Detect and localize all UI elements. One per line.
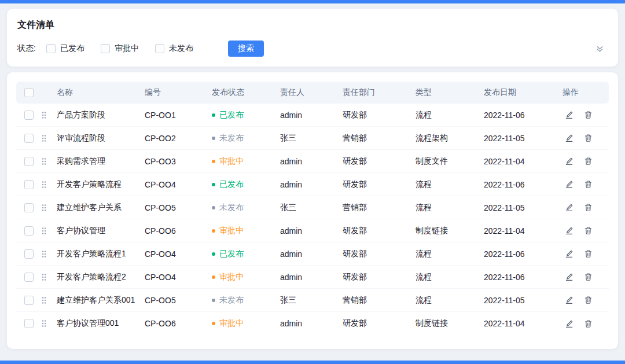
- status-label: 已发布: [219, 249, 244, 259]
- drag-handle-icon[interactable]: [42, 273, 46, 281]
- delete-icon[interactable]: [584, 134, 593, 142]
- status-dot-icon: [212, 137, 215, 140]
- file-dept: 研发部: [343, 179, 416, 190]
- file-date: 2022-11-06: [484, 180, 562, 189]
- delete-icon[interactable]: [584, 111, 593, 119]
- row-checkbox[interactable]: [24, 273, 34, 282]
- row-cell-drag: [42, 273, 57, 281]
- delete-icon[interactable]: [584, 273, 593, 281]
- table-row: 评审流程阶段 CP-OO2 未发布 张三 营销部 流程架构 2022-11-05: [16, 127, 609, 150]
- file-code: CP-OO6: [145, 226, 212, 236]
- row-checkbox[interactable]: [24, 111, 34, 120]
- filter-checkbox-reviewing[interactable]: 审批中: [101, 43, 139, 54]
- delete-icon[interactable]: [584, 296, 593, 304]
- collapse-chevron-icon[interactable]: [595, 45, 604, 53]
- filter-checkbox-published[interactable]: 已发布: [46, 43, 84, 54]
- col-header-type: 类型: [416, 87, 484, 98]
- row-cell-drag: [42, 296, 57, 304]
- file-date: 2022-11-05: [484, 134, 562, 143]
- delete-icon[interactable]: [584, 249, 593, 258]
- drag-handle-icon[interactable]: [42, 296, 46, 304]
- row-cell-select: [16, 319, 42, 328]
- edit-icon[interactable]: [565, 319, 573, 328]
- file-owner: admin: [280, 249, 343, 259]
- status-dot-icon: [212, 113, 215, 117]
- row-checkbox[interactable]: [24, 203, 34, 212]
- file-type: 流程: [416, 295, 484, 306]
- checkbox-icon[interactable]: [155, 44, 164, 53]
- file-owner: 张三: [280, 295, 343, 306]
- row-cell-drag: [42, 319, 57, 328]
- row-cell-drag: [42, 204, 57, 212]
- row-checkbox[interactable]: [24, 249, 34, 259]
- search-button[interactable]: 搜索: [228, 41, 264, 57]
- col-header-date: 发布日期: [484, 87, 562, 98]
- file-status: 未发布: [212, 203, 280, 213]
- edit-icon[interactable]: [565, 226, 573, 235]
- file-owner: admin: [280, 157, 343, 166]
- edit-icon[interactable]: [565, 111, 573, 119]
- status-label: 审批中: [219, 156, 244, 167]
- drag-handle-icon[interactable]: [42, 111, 46, 119]
- row-checkbox[interactable]: [24, 157, 34, 166]
- edit-icon[interactable]: [565, 134, 573, 142]
- edit-icon[interactable]: [565, 249, 573, 258]
- row-checkbox[interactable]: [24, 180, 34, 189]
- status-dot-icon: [212, 206, 215, 209]
- table-row: 客户协议管理001 CP-OO6 审批中 admin 研发部 制度链接 2022…: [16, 312, 609, 335]
- delete-icon[interactable]: [584, 180, 593, 189]
- file-name: 建立维护客户关系001: [57, 295, 145, 306]
- checkbox-icon[interactable]: [46, 44, 56, 53]
- status-dot-icon: [212, 252, 215, 256]
- edit-icon[interactable]: [565, 296, 573, 304]
- drag-handle-icon[interactable]: [42, 157, 46, 166]
- delete-icon[interactable]: [584, 203, 593, 212]
- col-header-code: 编号: [145, 87, 212, 98]
- row-cell-select: [16, 157, 42, 166]
- filter-panel: 文件清单 状态: 已发布 审批中 未发布 搜索: [7, 9, 618, 67]
- row-actions: [562, 157, 609, 166]
- row-cell-select: [16, 226, 42, 236]
- table-row: 采购需求管理 CP-OO3 审批中 admin 研发部 制度文件 2022-11…: [16, 150, 609, 173]
- file-code: CP-OO6: [145, 319, 212, 328]
- file-status: 已发布: [212, 110, 280, 120]
- file-name: 开发客户策略流程1: [57, 249, 145, 259]
- file-status: 审批中: [212, 226, 280, 236]
- delete-icon[interactable]: [584, 226, 593, 235]
- row-actions: [562, 134, 609, 142]
- row-cell-drag: [42, 227, 57, 235]
- row-checkbox[interactable]: [24, 296, 34, 305]
- file-type: 流程: [416, 249, 484, 259]
- status-label: 审批中: [219, 318, 244, 329]
- checkbox-icon[interactable]: [101, 44, 110, 53]
- filter-checkbox-unpublished[interactable]: 未发布: [155, 43, 193, 54]
- edit-icon[interactable]: [565, 203, 573, 212]
- delete-icon[interactable]: [584, 157, 593, 166]
- drag-handle-icon[interactable]: [42, 204, 46, 212]
- status-label: 未发布: [219, 133, 244, 144]
- page-title: 文件清单: [16, 19, 609, 31]
- row-checkbox[interactable]: [24, 226, 34, 236]
- filter-row: 状态: 已发布 审批中 未发布 搜索: [16, 40, 609, 57]
- edit-icon[interactable]: [565, 157, 573, 166]
- file-dept: 研发部: [343, 110, 416, 120]
- file-code: CP-OO4: [145, 180, 212, 189]
- select-all-checkbox[interactable]: [24, 88, 34, 97]
- drag-handle-icon[interactable]: [42, 181, 46, 189]
- row-checkbox[interactable]: [24, 134, 34, 143]
- row-checkbox[interactable]: [24, 319, 34, 328]
- drag-handle-icon[interactable]: [42, 227, 46, 235]
- drag-handle-icon[interactable]: [42, 319, 46, 328]
- edit-icon[interactable]: [565, 273, 573, 281]
- file-dept: 营销部: [343, 295, 416, 306]
- file-type: 制度链接: [416, 226, 484, 236]
- delete-icon[interactable]: [584, 319, 593, 328]
- file-type: 流程架构: [416, 133, 484, 144]
- edit-icon[interactable]: [565, 180, 573, 189]
- file-date: 2022-11-06: [484, 273, 562, 282]
- status-filter-label: 状态:: [16, 43, 36, 54]
- drag-handle-icon[interactable]: [42, 250, 46, 258]
- status-label: 未发布: [219, 295, 244, 306]
- file-type: 流程: [416, 272, 484, 282]
- drag-handle-icon[interactable]: [42, 134, 46, 142]
